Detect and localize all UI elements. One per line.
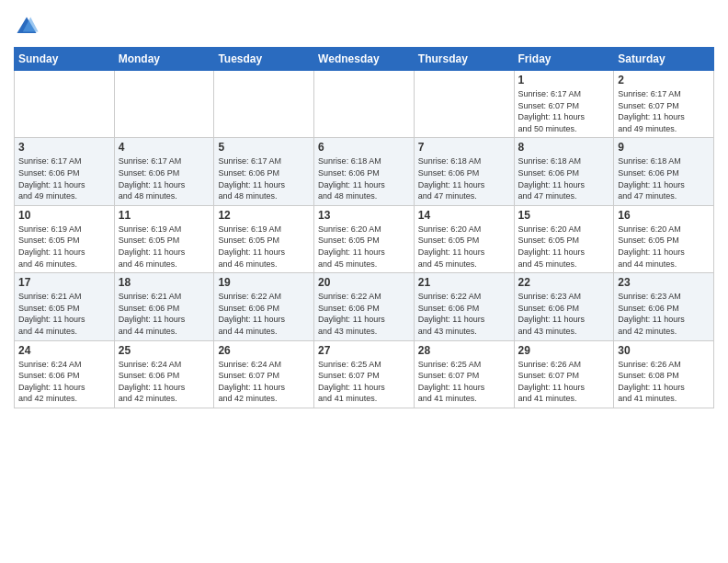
- day-info: Sunrise: 6:17 AM Sunset: 6:06 PM Dayligh…: [218, 155, 310, 201]
- calendar-cell: 25Sunrise: 6:24 AM Sunset: 6:06 PM Dayli…: [114, 340, 214, 408]
- day-info: Sunrise: 6:24 AM Sunset: 6:06 PM Dayligh…: [18, 359, 110, 405]
- day-info: Sunrise: 6:22 AM Sunset: 6:06 PM Dayligh…: [318, 291, 410, 337]
- day-info: Sunrise: 6:17 AM Sunset: 6:06 PM Dayligh…: [119, 155, 210, 201]
- calendar-cell: 21Sunrise: 6:22 AM Sunset: 6:06 PM Dayli…: [414, 273, 514, 340]
- calendar-cell: 14Sunrise: 6:20 AM Sunset: 6:05 PM Dayli…: [414, 205, 514, 272]
- day-info: Sunrise: 6:17 AM Sunset: 6:07 PM Dayligh…: [618, 88, 710, 134]
- day-number: 4: [119, 141, 210, 154]
- day-number: 15: [518, 209, 610, 222]
- calendar-cell: 9Sunrise: 6:18 AM Sunset: 6:06 PM Daylig…: [614, 138, 714, 205]
- day-info: Sunrise: 6:26 AM Sunset: 6:08 PM Dayligh…: [618, 359, 710, 405]
- day-number: 27: [318, 344, 410, 357]
- day-info: Sunrise: 6:21 AM Sunset: 6:06 PM Dayligh…: [119, 291, 210, 337]
- day-info: Sunrise: 6:19 AM Sunset: 6:05 PM Dayligh…: [119, 224, 210, 270]
- calendar-cell: [414, 71, 514, 138]
- day-number: 8: [518, 141, 610, 154]
- calendar: SundayMondayTuesdayWednesdayThursdayFrid…: [14, 47, 714, 408]
- weekday-header-monday: Monday: [114, 48, 214, 71]
- header: [14, 9, 714, 40]
- day-info: Sunrise: 6:25 AM Sunset: 6:07 PM Dayligh…: [318, 359, 410, 405]
- day-number: 26: [218, 344, 310, 357]
- calendar-cell: 18Sunrise: 6:21 AM Sunset: 6:06 PM Dayli…: [114, 273, 214, 340]
- day-info: Sunrise: 6:24 AM Sunset: 6:06 PM Dayligh…: [119, 359, 210, 405]
- day-info: Sunrise: 6:21 AM Sunset: 6:05 PM Dayligh…: [18, 291, 110, 337]
- calendar-row-4: 17Sunrise: 6:21 AM Sunset: 6:05 PM Dayli…: [15, 273, 714, 340]
- day-info: Sunrise: 6:18 AM Sunset: 6:06 PM Dayligh…: [618, 155, 710, 201]
- day-info: Sunrise: 6:26 AM Sunset: 6:07 PM Dayligh…: [518, 359, 610, 405]
- day-info: Sunrise: 6:20 AM Sunset: 6:05 PM Dayligh…: [518, 224, 610, 270]
- day-number: 3: [18, 141, 110, 154]
- calendar-cell: 28Sunrise: 6:25 AM Sunset: 6:07 PM Dayli…: [414, 340, 514, 408]
- calendar-cell: 4Sunrise: 6:17 AM Sunset: 6:06 PM Daylig…: [114, 138, 214, 205]
- logo-icon: [14, 14, 40, 40]
- calendar-row-5: 24Sunrise: 6:24 AM Sunset: 6:06 PM Dayli…: [15, 340, 714, 408]
- day-number: 6: [318, 141, 410, 154]
- day-info: Sunrise: 6:23 AM Sunset: 6:06 PM Dayligh…: [518, 291, 610, 337]
- calendar-cell: 3Sunrise: 6:17 AM Sunset: 6:06 PM Daylig…: [15, 138, 115, 205]
- day-info: Sunrise: 6:25 AM Sunset: 6:07 PM Dayligh…: [418, 359, 510, 405]
- calendar-cell: 5Sunrise: 6:17 AM Sunset: 6:06 PM Daylig…: [214, 138, 314, 205]
- day-number: 23: [618, 276, 710, 289]
- weekday-header-thursday: Thursday: [414, 48, 514, 71]
- day-info: Sunrise: 6:19 AM Sunset: 6:05 PM Dayligh…: [18, 224, 110, 270]
- day-number: 24: [18, 344, 110, 357]
- calendar-cell: 13Sunrise: 6:20 AM Sunset: 6:05 PM Dayli…: [314, 205, 415, 272]
- page: SundayMondayTuesdayWednesdayThursdayFrid…: [0, 0, 728, 563]
- day-number: 20: [318, 276, 410, 289]
- weekday-header-friday: Friday: [514, 48, 614, 71]
- day-number: 30: [618, 344, 710, 357]
- calendar-cell: 8Sunrise: 6:18 AM Sunset: 6:06 PM Daylig…: [514, 138, 614, 205]
- day-number: 5: [218, 141, 310, 154]
- weekday-header-row: SundayMondayTuesdayWednesdayThursdayFrid…: [15, 48, 714, 71]
- calendar-row-1: 1Sunrise: 6:17 AM Sunset: 6:07 PM Daylig…: [15, 71, 714, 138]
- day-number: 16: [618, 209, 710, 222]
- day-info: Sunrise: 6:19 AM Sunset: 6:05 PM Dayligh…: [218, 224, 310, 270]
- calendar-cell: 2Sunrise: 6:17 AM Sunset: 6:07 PM Daylig…: [614, 71, 714, 138]
- day-info: Sunrise: 6:17 AM Sunset: 6:06 PM Dayligh…: [18, 155, 110, 201]
- calendar-cell: 23Sunrise: 6:23 AM Sunset: 6:06 PM Dayli…: [614, 273, 714, 340]
- calendar-cell: 12Sunrise: 6:19 AM Sunset: 6:05 PM Dayli…: [214, 205, 314, 272]
- weekday-header-tuesday: Tuesday: [214, 48, 314, 71]
- calendar-row-3: 10Sunrise: 6:19 AM Sunset: 6:05 PM Dayli…: [15, 205, 714, 272]
- calendar-cell: 26Sunrise: 6:24 AM Sunset: 6:07 PM Dayli…: [214, 340, 314, 408]
- day-info: Sunrise: 6:24 AM Sunset: 6:07 PM Dayligh…: [218, 359, 310, 405]
- day-number: 17: [18, 276, 110, 289]
- day-info: Sunrise: 6:20 AM Sunset: 6:05 PM Dayligh…: [318, 224, 410, 270]
- calendar-cell: 20Sunrise: 6:22 AM Sunset: 6:06 PM Dayli…: [314, 273, 415, 340]
- calendar-cell: 19Sunrise: 6:22 AM Sunset: 6:06 PM Dayli…: [214, 273, 314, 340]
- calendar-cell: 24Sunrise: 6:24 AM Sunset: 6:06 PM Dayli…: [15, 340, 115, 408]
- day-info: Sunrise: 6:17 AM Sunset: 6:07 PM Dayligh…: [518, 88, 610, 134]
- calendar-cell: 29Sunrise: 6:26 AM Sunset: 6:07 PM Dayli…: [514, 340, 614, 408]
- calendar-cell: [214, 71, 314, 138]
- day-number: 22: [518, 276, 610, 289]
- day-number: 7: [418, 141, 510, 154]
- calendar-cell: [15, 71, 115, 138]
- day-number: 25: [119, 344, 210, 357]
- day-number: 19: [218, 276, 310, 289]
- day-number: 9: [618, 141, 710, 154]
- day-number: 12: [218, 209, 310, 222]
- calendar-cell: 16Sunrise: 6:20 AM Sunset: 6:05 PM Dayli…: [614, 205, 714, 272]
- calendar-cell: 30Sunrise: 6:26 AM Sunset: 6:08 PM Dayli…: [614, 340, 714, 408]
- day-number: 1: [518, 74, 610, 86]
- weekday-header-sunday: Sunday: [15, 48, 115, 71]
- calendar-cell: 6Sunrise: 6:18 AM Sunset: 6:06 PM Daylig…: [314, 138, 415, 205]
- calendar-cell: 10Sunrise: 6:19 AM Sunset: 6:05 PM Dayli…: [15, 205, 115, 272]
- day-number: 2: [618, 74, 710, 86]
- day-info: Sunrise: 6:23 AM Sunset: 6:06 PM Dayligh…: [618, 291, 710, 337]
- calendar-row-2: 3Sunrise: 6:17 AM Sunset: 6:06 PM Daylig…: [15, 138, 714, 205]
- day-info: Sunrise: 6:18 AM Sunset: 6:06 PM Dayligh…: [518, 155, 610, 201]
- calendar-cell: 11Sunrise: 6:19 AM Sunset: 6:05 PM Dayli…: [114, 205, 214, 272]
- calendar-cell: 15Sunrise: 6:20 AM Sunset: 6:05 PM Dayli…: [514, 205, 614, 272]
- day-info: Sunrise: 6:18 AM Sunset: 6:06 PM Dayligh…: [418, 155, 510, 201]
- calendar-cell: [114, 71, 214, 138]
- day-number: 21: [418, 276, 510, 289]
- day-info: Sunrise: 6:18 AM Sunset: 6:06 PM Dayligh…: [318, 155, 410, 201]
- weekday-header-wednesday: Wednesday: [314, 48, 415, 71]
- calendar-cell: 7Sunrise: 6:18 AM Sunset: 6:06 PM Daylig…: [414, 138, 514, 205]
- day-number: 14: [418, 209, 510, 222]
- day-number: 28: [418, 344, 510, 357]
- calendar-cell: [314, 71, 415, 138]
- day-info: Sunrise: 6:22 AM Sunset: 6:06 PM Dayligh…: [218, 291, 310, 337]
- day-number: 29: [518, 344, 610, 357]
